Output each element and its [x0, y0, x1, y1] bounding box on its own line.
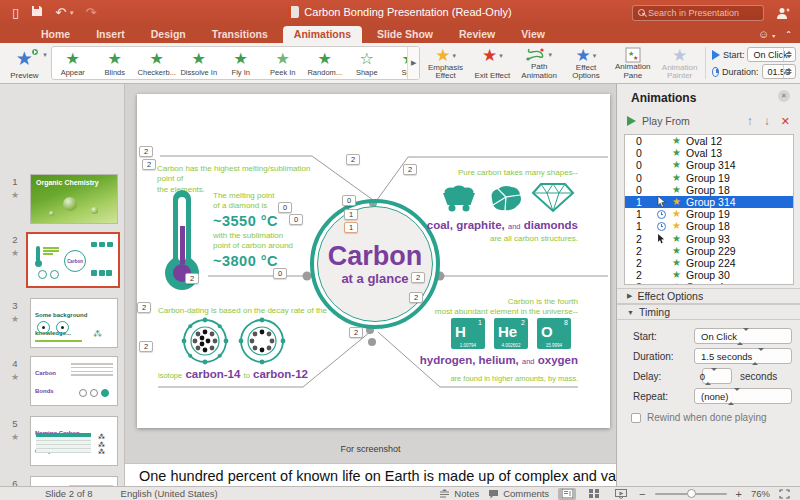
play-from-button[interactable]: Play From	[642, 115, 736, 127]
normal-view-button[interactable]	[558, 488, 576, 500]
share-person-icon[interactable]	[776, 6, 790, 19]
shapes-outro-text[interactable]: are all carbon structures.	[417, 234, 578, 244]
abundance-intro-text[interactable]: Carbon is the fourthmost abundant elemen…	[417, 297, 578, 318]
zoom-in-button[interactable]: +	[736, 488, 742, 500]
animation-badge[interactable]: 0	[273, 268, 287, 279]
effect-dissolve-in[interactable]: Dissolve In	[178, 47, 220, 79]
play-from-icon[interactable]	[627, 116, 636, 126]
element-tiles[interactable]: 1 H 1.00794 2 He 4.002602 8 O 15.9994	[451, 318, 571, 349]
slide-2-editing-surface[interactable]: Carbon has the highest melting/sublimati…	[137, 94, 610, 428]
effect-fly-in[interactable]: Fly In	[220, 47, 262, 79]
emphasis-effect-button[interactable]: ▾ Emphasis Effect	[422, 43, 469, 83]
gallery-expand-button[interactable]: ▶	[407, 47, 419, 79]
search-box[interactable]: ▾	[632, 5, 764, 21]
animation-badge[interactable]: 1	[344, 209, 358, 220]
slide-4-thumbnail[interactable]: Carbon Bonds	[30, 356, 118, 406]
tab-review[interactable]: Review	[448, 26, 506, 43]
animation-row[interactable]: 0Group 18	[625, 184, 793, 196]
duration-input[interactable]: 01.50	[762, 64, 796, 79]
animation-badge[interactable]: 2	[409, 292, 423, 303]
notes-pane[interactable]: One hundred percent of known life on Ear…	[125, 463, 616, 486]
animation-row[interactable]: 0Group 19	[625, 172, 793, 184]
effect-peek-in[interactable]: Peek In	[262, 47, 304, 79]
animation-badge[interactable]: 2	[411, 272, 425, 283]
animation-badge[interactable]: 2	[137, 302, 151, 313]
slide-5-thumbnail[interactable]: Naming Carbon Compounds: ⁂⁂⁂	[30, 416, 118, 466]
exit-effect-button[interactable]: ▾ Exit Effect	[469, 43, 516, 83]
duration-stepper-icon[interactable]	[783, 65, 795, 78]
animation-badge[interactable]: 0	[342, 195, 356, 206]
stepper-icon[interactable]	[737, 331, 749, 342]
feedback-smiley-icon[interactable]: ☺ ▾	[758, 28, 775, 40]
animation-row[interactable]: 1Group 18	[625, 220, 793, 232]
carbon-shapes-icons[interactable]	[438, 181, 576, 213]
timing-start-dropdown[interactable]: On Click	[694, 328, 792, 344]
stepper-icon[interactable]	[728, 391, 740, 402]
animation-row-partial[interactable]: 2Group 4	[625, 281, 793, 285]
animation-row[interactable]: 2Group 224	[625, 257, 793, 269]
animation-badge[interactable]: 2	[139, 146, 153, 157]
animation-badge[interactable]: 2	[142, 159, 156, 170]
path-animation-button[interactable]: ▾ Path Animation	[516, 43, 563, 83]
rewind-checkbox[interactable]	[631, 413, 641, 423]
animation-row[interactable]: 2 Group 93	[625, 233, 793, 245]
animation-row-selected[interactable]: 1 Group 314	[625, 196, 793, 208]
isotope-atom-diagrams[interactable]	[181, 317, 286, 365]
isotope-text[interactable]: isotope carbon-14 to carbon-12	[158, 368, 358, 380]
effect-options-button[interactable]: ▾ Effect Options	[563, 43, 610, 83]
slide-3-thumbnail[interactable]: Some background knowledge...	[30, 298, 118, 348]
slide-6-thumbnail[interactable]: Carbon Dating	[30, 476, 118, 486]
comments-toggle-button[interactable]: Comments	[488, 488, 549, 499]
slide-2-thumbnail-selected[interactable]: Carbon	[26, 232, 120, 288]
stepper-icon[interactable]	[705, 371, 717, 382]
tab-slide-show[interactable]: Slide Show	[366, 26, 444, 43]
animation-badge[interactable]: 2	[346, 154, 360, 165]
slide-1-thumbnail[interactable]: Organic Chemistry	[30, 174, 118, 224]
zoom-level[interactable]: 76%	[751, 488, 770, 499]
tab-home[interactable]: Home	[30, 26, 81, 43]
start-stepper-icon[interactable]	[783, 48, 795, 61]
tab-transitions[interactable]: Transitions	[201, 26, 279, 43]
preview-button[interactable]: ★ ▾ Preview	[0, 43, 49, 83]
dating-intro-text[interactable]: Carbon-dating is based on the decay rate…	[158, 306, 338, 316]
animation-row[interactable]: 2Group 30	[625, 269, 793, 281]
slide-sorter-view-button[interactable]	[585, 488, 603, 500]
fit-slide-to-window-icon[interactable]	[779, 489, 790, 499]
timing-repeat-dropdown[interactable]: (none)	[694, 388, 792, 404]
close-pane-icon[interactable]: ✕	[778, 90, 790, 102]
preview-dropdown-icon[interactable]: ▾	[43, 51, 47, 59]
timing-section-header[interactable]: ▼ Timing	[617, 304, 800, 320]
effect-shape[interactable]: Shape	[346, 47, 388, 79]
animation-badge[interactable]: 2	[403, 164, 417, 175]
animation-badge[interactable]: 2	[139, 341, 153, 352]
zoom-out-button[interactable]: −	[639, 488, 645, 500]
move-down-icon[interactable]: ↓	[764, 114, 770, 128]
abundance-outro-text[interactable]: are found in higher amounts, by mass.	[417, 374, 578, 383]
notes-toggle-button[interactable]: Notes	[439, 488, 479, 499]
animation-row[interactable]: 0Oval 12	[625, 135, 793, 147]
animation-badge[interactable]: 2	[349, 327, 363, 338]
effect-checkerboard[interactable]: Checkerb...	[136, 47, 178, 79]
animation-badge[interactable]: 2	[185, 273, 199, 284]
animation-badge-selected[interactable]: 1	[344, 222, 358, 233]
animation-pane-button[interactable]: ★★ Animation Pane	[609, 43, 656, 83]
shapes-main-text[interactable]: coal, graphite, and diamonds	[397, 219, 578, 231]
start-dropdown[interactable]: On Click	[747, 47, 795, 62]
stepper-icon[interactable]	[752, 351, 764, 362]
animation-row[interactable]: 0Oval 13	[625, 147, 793, 159]
tab-animations[interactable]: Animations	[283, 26, 362, 43]
tab-design[interactable]: Design	[140, 26, 197, 43]
zoom-slider-thumb[interactable]	[687, 489, 696, 498]
animation-row[interactable]: 1Group 19	[625, 208, 793, 220]
effect-options-section-header[interactable]: ▶ Effect Options	[617, 288, 800, 304]
timing-duration-dropdown[interactable]: 1.5 seconds	[694, 348, 792, 364]
animation-badge[interactable]: 0	[278, 202, 292, 213]
effect-appear[interactable]: Appear	[52, 47, 94, 79]
language-indicator[interactable]: English (United States)	[121, 488, 218, 499]
shapes-intro-text[interactable]: Pure carbon takes many shapes--	[417, 168, 578, 178]
search-input[interactable]	[648, 8, 765, 18]
tab-view[interactable]: View	[510, 26, 556, 43]
slideshow-view-button[interactable]	[612, 488, 630, 500]
animation-badge[interactable]: 0	[289, 214, 303, 225]
abundance-main-text[interactable]: hydrogen, helium, and oxygen	[387, 354, 578, 366]
